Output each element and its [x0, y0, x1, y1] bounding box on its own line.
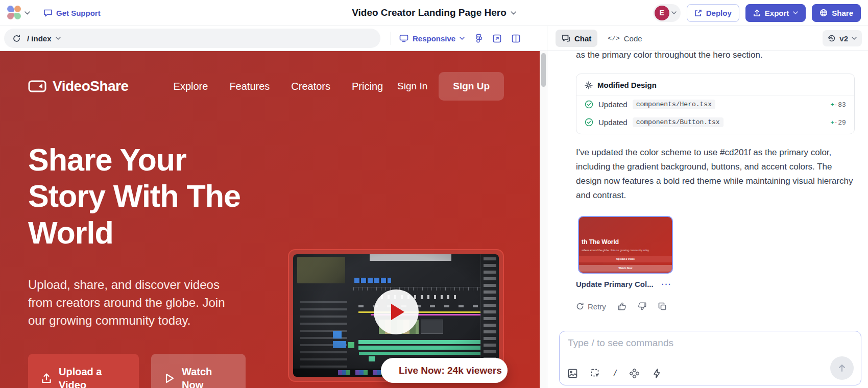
code-icon: </>: [608, 35, 619, 42]
hero-nav-links: Explore Features Creators Pricing: [174, 81, 383, 92]
quick-actions-icon[interactable]: [653, 369, 661, 378]
hero-subtext: Upload, share, and discover videos from …: [28, 276, 237, 329]
monitor-icon: [399, 34, 408, 42]
chevron-down-icon: [460, 37, 465, 40]
tab-chat-label: Chat: [574, 34, 591, 43]
message-actions: Retry: [576, 302, 855, 311]
version-thumbnail[interactable]: th The World videos around the globe. Jo…: [578, 216, 673, 274]
upload-video-label: Upload a Video: [59, 365, 126, 388]
preview-scrollbar[interactable]: [540, 51, 547, 388]
main-area: VideoShare Explore Features Creators Pri…: [0, 51, 868, 388]
play-button[interactable]: [374, 289, 419, 334]
page-url-bar[interactable]: / index: [4, 29, 380, 48]
viewport-selector[interactable]: Responsive: [399, 34, 465, 43]
tab-code[interactable]: </> Code: [601, 30, 648, 47]
diff-stats: +-83: [831, 101, 846, 108]
top-bar: Get Support Video Creator Landing Page H…: [0, 0, 868, 26]
globe-icon: [819, 9, 828, 17]
chevron-down-icon: [25, 11, 30, 15]
thumbnail-mini-button-upload: Upload a Video: [579, 256, 672, 262]
watch-now-button[interactable]: Watch Now: [151, 354, 246, 388]
file-chip: components/Button.tsx: [633, 117, 724, 127]
topbar-actions: E Deploy Export: [653, 4, 861, 22]
file-change-row[interactable]: Updated components/Hero.tsx +-83: [576, 95, 854, 113]
export-button[interactable]: Export: [745, 4, 806, 22]
components-icon[interactable]: [630, 369, 639, 378]
chevron-down-icon: [852, 37, 857, 40]
app-logo-icon: [7, 6, 21, 20]
viewport-label: Responsive: [413, 34, 455, 43]
route-label: / index: [27, 34, 52, 43]
tab-chat[interactable]: Chat: [556, 30, 597, 47]
route-selector[interactable]: / index: [27, 34, 61, 43]
version-history-button[interactable]: v2: [823, 30, 862, 46]
live-badge-label: Live Now: 24k viewers: [399, 365, 502, 376]
diff-stats: +-29: [831, 118, 846, 126]
chevron-down-icon: [671, 11, 677, 14]
check-circle-icon: [585, 118, 593, 127]
play-outline-icon: [164, 373, 175, 384]
scrollbar-thumb[interactable]: [541, 53, 546, 87]
upload-icon: [753, 9, 761, 17]
share-label: Share: [832, 9, 853, 17]
preview-pane: VideoShare Explore Features Creators Pri…: [0, 51, 547, 388]
thumbnail-mini-headline: th The World: [582, 238, 619, 246]
change-status: Updated: [598, 118, 628, 127]
send-button[interactable]: [830, 356, 854, 380]
deploy-button[interactable]: Deploy: [687, 4, 739, 22]
file-change-row[interactable]: Updated components/Button.tsx +-29: [576, 113, 854, 134]
watch-now-label: Watch Now: [182, 365, 232, 388]
nav-explore[interactable]: Explore: [174, 81, 208, 92]
divider: [391, 32, 391, 45]
split-panel-icon[interactable]: [512, 34, 520, 43]
select-element-icon[interactable]: [591, 369, 600, 378]
modified-design-title: Modified Design: [597, 81, 657, 89]
nav-creators[interactable]: Creators: [291, 81, 330, 92]
copy-icon[interactable]: [658, 302, 667, 311]
project-title-dropdown[interactable]: Video Creator Landing Page Hero: [352, 7, 516, 18]
chevron-down-icon: [56, 37, 61, 40]
file-chip: components/Hero.tsx: [633, 100, 715, 109]
composer-tools: /: [568, 368, 661, 379]
retry-button[interactable]: Retry: [576, 302, 606, 311]
change-status: Updated: [598, 100, 628, 109]
assistant-message-tail: as the primary color throughout the hero…: [576, 51, 855, 62]
assistant-message: I've updated the color scheme to use #cd…: [576, 146, 855, 203]
slash-command-icon[interactable]: /: [614, 368, 616, 379]
chat-composer[interactable]: /: [559, 331, 861, 385]
retry-label: Retry: [588, 302, 606, 311]
upload-video-button[interactable]: Upload a Video: [28, 354, 139, 388]
refresh-icon[interactable]: [12, 34, 21, 43]
get-support-link[interactable]: Get Support: [43, 9, 101, 17]
more-options-icon[interactable]: ···: [662, 280, 672, 288]
toolbar-left: / index Responsive: [0, 26, 547, 51]
brand-logo[interactable]: VideoShare: [28, 78, 129, 94]
figma-icon[interactable]: [476, 34, 483, 43]
toolbar: / index Responsive: [0, 26, 868, 51]
thumbs-up-icon[interactable]: [617, 302, 626, 311]
chat-input[interactable]: [568, 337, 853, 349]
nav-pricing[interactable]: Pricing: [352, 81, 383, 92]
sign-in-link[interactable]: Sign In: [397, 81, 427, 92]
workspace-menu[interactable]: [7, 6, 30, 20]
open-preview-icon[interactable]: [493, 34, 501, 43]
chat-messages: as the primary color throughout the hero…: [576, 51, 855, 311]
version-title[interactable]: Update Primary Col...: [576, 280, 654, 288]
retry-icon: [576, 302, 584, 310]
sign-up-button[interactable]: Sign Up: [439, 72, 504, 101]
attach-image-icon[interactable]: [568, 369, 577, 378]
hero-cta-row: Upload a Video Watch Now: [28, 354, 246, 388]
chat-bubble-icon: [43, 9, 53, 17]
share-button[interactable]: Share: [812, 4, 861, 22]
avatar: E: [655, 6, 669, 20]
history-icon: [828, 34, 836, 42]
hero-preview: VideoShare Explore Features Creators Pri…: [0, 51, 540, 388]
chevron-down-icon: [511, 11, 516, 15]
thumbnail-mini-button-watch: Watch Now: [579, 265, 672, 272]
nav-features[interactable]: Features: [229, 81, 270, 92]
thumbs-down-icon[interactable]: [638, 302, 647, 311]
deploy-label: Deploy: [706, 9, 732, 17]
toolbar-icons: [476, 34, 520, 43]
account-menu[interactable]: E: [653, 4, 681, 22]
check-circle-icon: [585, 100, 593, 109]
